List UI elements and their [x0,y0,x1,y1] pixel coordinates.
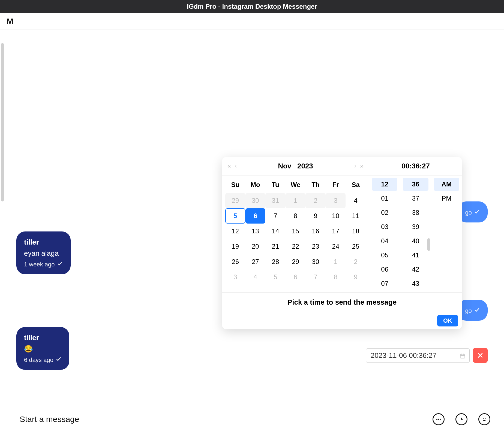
ampm-option[interactable]: PM [434,192,459,205]
day-cell[interactable]: 12 [225,224,245,239]
weekday-header: Su Mo Tu We Th Fr Sa [222,176,369,193]
hour-option[interactable]: 05 [372,249,397,262]
timestamp-text: go [465,306,472,315]
day-cell[interactable]: 1 [286,193,306,208]
day-cell[interactable]: 21 [265,239,286,254]
prev-month-button[interactable]: ‹ [235,163,236,170]
message-received[interactable]: tiller eyan alaga 1 week ago [16,231,71,274]
ampm-column[interactable]: AM PM [431,176,462,292]
day-cell[interactable]: 29 [286,254,306,269]
minute-option[interactable]: 41 [403,249,428,262]
calendar-icon [460,352,466,358]
day-cell[interactable]: 7 [265,208,286,224]
check-icon [474,306,480,315]
day-cell[interactable]: 2 [305,193,326,208]
day-cell-selected[interactable]: 6 [245,208,266,224]
day-cell[interactable]: 28 [265,254,286,269]
day-cell[interactable]: 23 [305,239,326,254]
day-cell[interactable]: 4 [346,193,366,208]
day-cell[interactable]: 1 [326,254,346,269]
day-cell[interactable]: 20 [245,239,266,254]
prev-year-button[interactable]: « [227,163,231,170]
hour-option[interactable]: 12 [372,178,397,191]
weekday: Mo [245,178,266,191]
avatar[interactable]: M [7,17,13,26]
day-cell[interactable]: 22 [286,239,306,254]
cancel-schedule-button[interactable] [473,348,488,363]
day-cell[interactable]: 5 [265,269,286,285]
minute-option[interactable]: 42 [403,263,428,276]
day-cell[interactable]: 13 [245,224,266,239]
minute-option[interactable]: 40 [403,234,428,248]
attachment-button[interactable] [433,413,445,425]
schedule-button[interactable] [455,413,467,425]
weekday: Su [225,178,245,191]
message-sender: tiller [24,332,62,343]
day-cell[interactable]: 27 [245,254,266,269]
weekday: Sa [346,178,366,191]
message-timestamp: go [465,306,480,315]
hour-column[interactable]: 12 01 02 03 04 05 06 07 [369,176,400,292]
message-input[interactable] [20,415,433,424]
month-label: Nov [278,162,291,170]
weekday: Th [305,178,326,191]
ampm-option[interactable]: AM [434,178,459,191]
day-cell[interactable]: 2 [346,254,366,269]
day-cell[interactable]: 3 [326,193,346,208]
schedule-datetime-input[interactable]: 2023-11-06 00:36:27 [366,348,470,363]
minute-option[interactable]: 43 [403,277,428,290]
hour-option[interactable]: 02 [372,206,397,219]
weekday: Fr [326,178,346,191]
day-cell[interactable]: 11 [346,208,366,224]
day-cell[interactable]: 14 [265,224,286,239]
next-year-button[interactable]: » [360,163,364,170]
hour-option[interactable]: 03 [372,220,397,233]
day-cell[interactable]: 3 [225,269,245,285]
minute-option[interactable]: 37 [403,192,428,205]
day-cell[interactable]: 25 [346,239,366,254]
next-month-button[interactable]: › [354,163,356,170]
day-cell[interactable]: 10 [326,208,346,224]
calendar-title[interactable]: Nov 2023 [278,162,313,170]
day-cell[interactable]: 7 [305,269,326,285]
composer [0,404,504,434]
day-cell[interactable]: 16 [305,224,326,239]
day-cell[interactable]: 31 [265,193,286,208]
day-cell[interactable]: 19 [225,239,245,254]
day-cell[interactable]: 9 [346,269,366,285]
day-cell[interactable]: 9 [305,208,326,224]
day-cell[interactable]: 4 [245,269,266,285]
ok-button[interactable]: OK [437,315,458,326]
timestamp-text: 1 week ago [24,260,55,269]
day-cell[interactable]: 15 [286,224,306,239]
minute-option[interactable]: 38 [403,206,428,219]
day-cell[interactable]: 30 [305,254,326,269]
minute-column[interactable]: 36 37 38 39 40 41 42 43 [400,176,431,292]
day-cell[interactable]: 17 [326,224,346,239]
day-cell[interactable]: 26 [225,254,245,269]
day-cell[interactable]: 8 [326,269,346,285]
message-sent[interactable]: go [458,300,488,321]
scrollbar[interactable] [1,43,4,201]
scrollbar[interactable] [427,238,430,251]
day-cell[interactable]: 6 [286,269,306,285]
message-timestamp: 1 week ago [24,260,63,269]
day-cell[interactable]: 29 [225,193,245,208]
message-received[interactable]: tiller 😂 6 days ago [16,327,69,370]
emoji-button[interactable] [478,413,490,425]
minute-option[interactable]: 36 [403,178,428,191]
svg-point-9 [484,418,484,419]
message-timestamp: 6 days ago [24,355,62,364]
message-sent[interactable]: go [458,201,488,222]
composer-actions [433,413,490,425]
minute-option[interactable]: 39 [403,220,428,233]
hour-option[interactable]: 01 [372,192,397,205]
hour-option[interactable]: 06 [372,263,397,276]
hour-option[interactable]: 07 [372,277,397,290]
day-cell-today[interactable]: 5 [225,208,245,224]
day-cell[interactable]: 24 [326,239,346,254]
hour-option[interactable]: 04 [372,234,397,248]
day-cell[interactable]: 18 [346,224,366,239]
day-cell[interactable]: 8 [286,208,306,224]
day-cell[interactable]: 30 [245,193,266,208]
